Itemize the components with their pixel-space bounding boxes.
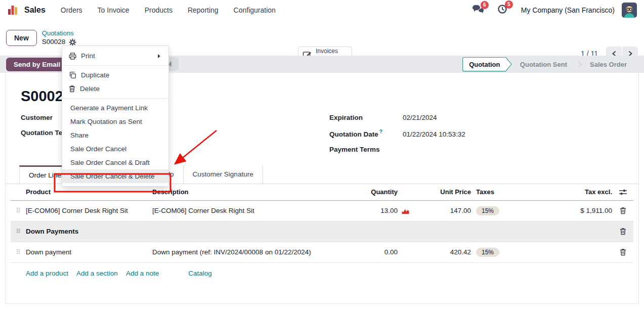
menu-item-print[interactable]: Print — [62, 49, 168, 63]
nav-item-to-invoice[interactable]: To Invoice — [98, 6, 130, 14]
cell-quantity[interactable]: 13.00 — [350, 207, 398, 214]
tax-tag[interactable]: 15% — [476, 248, 499, 257]
sales-app-icon[interactable] — [7, 4, 19, 16]
table-footer-links: Add a product Add a section Add a note C… — [11, 263, 633, 277]
stage-label: Quotation — [462, 57, 512, 72]
messages-badge: 6 — [481, 1, 489, 9]
quotation-date-value[interactable]: 01/22/2024 10:53:32 — [403, 130, 465, 138]
column-sliders-icon — [619, 189, 627, 196]
trash-icon — [620, 248, 626, 256]
trash-icon — [69, 85, 75, 93]
stage-sales-order[interactable]: Sales Order — [582, 57, 635, 72]
delete-row-button[interactable] — [612, 228, 633, 235]
menu-item-sale-order-cancel[interactable]: Sale Order Cancel — [62, 142, 168, 156]
menu-divider — [62, 65, 168, 66]
header-taxes[interactable]: Taxes — [471, 188, 519, 196]
stage-separator-chevron — [575, 61, 582, 68]
header-subtotal[interactable]: Tax excl. — [519, 188, 612, 196]
activities-badge: 5 — [505, 1, 513, 9]
header-quantity[interactable]: Quantity — [350, 188, 398, 196]
order-lines-table: Product Description Quantity Unit Price … — [11, 184, 633, 277]
trash-icon — [620, 228, 626, 235]
record-name: S00028 — [42, 38, 66, 47]
messages-button[interactable]: 6 — [471, 4, 484, 16]
stage-quotation-sent[interactable]: Quotation Sent — [512, 57, 575, 72]
section-row[interactable]: ⠿ Down Payments — [11, 221, 633, 242]
app-name[interactable]: Sales — [24, 6, 46, 15]
add-a-section-link[interactable]: Add a section — [76, 270, 118, 277]
menu-item-delete[interactable]: Delete — [62, 82, 168, 96]
page: Sales Orders To Invoice Products Reporti… — [0, 0, 644, 312]
payment-terms-label: Payment Terms — [329, 146, 403, 153]
catalog-link[interactable]: Catalog — [188, 270, 212, 277]
drag-handle-icon[interactable]: ⠿ — [11, 248, 26, 256]
expiration-value[interactable]: 02/21/2024 — [403, 114, 437, 121]
printer-icon — [69, 53, 76, 60]
header-description[interactable]: Description — [152, 188, 350, 196]
quotation-date-label: Quotation Date? — [329, 129, 403, 138]
company-switcher[interactable]: My Company (San Francisco) — [521, 6, 615, 14]
menu-item-sale-order-cancel-delete[interactable]: Sale Order Cancel & Delete — [62, 169, 168, 183]
cell-product[interactable]: [E-COM06] Corner Desk Right Sit — [26, 207, 152, 214]
stage-stepper: Quotation Quotation Sent Sales Order — [462, 57, 635, 72]
actions-dropdown-menu: Print Duplicate Delete Generate a Paymen… — [62, 46, 169, 187]
header-unit-price[interactable]: Unit Price — [413, 188, 471, 196]
order-line-row[interactable]: ⠿ Down payment Down payment (ref: INV/20… — [11, 242, 633, 263]
menu-item-share[interactable]: Share — [62, 128, 168, 142]
nav-item-orders[interactable]: Orders — [61, 6, 82, 14]
activities-button[interactable]: 5 — [497, 4, 508, 17]
section-name[interactable]: Down Payments — [26, 228, 152, 235]
delete-row-button[interactable] — [612, 207, 633, 214]
nav-item-reporting[interactable]: Reporting — [188, 6, 219, 14]
tax-tag[interactable]: 15% — [476, 206, 499, 215]
cell-description[interactable]: [E-COM06] Corner Desk Right Sit — [152, 207, 350, 214]
menu-item-duplicate[interactable]: Duplicate — [62, 68, 168, 82]
cell-unit-price[interactable]: 420.42 — [413, 248, 471, 256]
drag-handle-icon[interactable]: ⠿ — [11, 228, 26, 235]
gear-icon[interactable] — [69, 38, 76, 46]
optional-columns-button[interactable] — [612, 189, 633, 196]
cell-subtotal: $ 1,911.00 — [519, 207, 612, 214]
send-by-email-button[interactable]: Send by Email — [6, 58, 68, 71]
help-question-icon: ? — [379, 129, 382, 135]
expiration-label: Expiration — [329, 114, 403, 121]
top-nav: Sales Orders To Invoice Products Reporti… — [0, 0, 644, 20]
avatar-image — [622, 3, 637, 18]
submenu-caret-icon — [158, 54, 160, 58]
delete-row-button[interactable] — [612, 248, 633, 256]
breadcrumb-quotations[interactable]: Quotations — [42, 29, 77, 37]
nav-item-configuration[interactable]: Configuration — [234, 6, 276, 14]
cell-quantity[interactable]: 0.00 — [350, 248, 398, 256]
cell-product[interactable]: Down payment — [26, 248, 152, 256]
add-a-note-link[interactable]: Add a note — [126, 270, 159, 277]
new-button[interactable]: New — [6, 30, 37, 46]
add-a-product-link[interactable]: Add a product — [26, 270, 68, 277]
invoices-label: Invoices — [316, 48, 338, 55]
menu-item-sale-order-cancel-draft[interactable]: Sale Order Cancel & Draft — [62, 156, 168, 169]
header-product[interactable]: Product — [26, 188, 152, 196]
order-line-row[interactable]: ⠿ [E-COM06] Corner Desk Right Sit [E-COM… — [11, 201, 633, 221]
menu-item-mark-quotation-as-sent[interactable]: Mark Quotation as Sent — [62, 115, 168, 128]
stage-quotation[interactable]: Quotation — [462, 57, 512, 72]
menu-item-generate-payment-link[interactable]: Generate a Payment Link — [62, 101, 168, 115]
breadcrumb: Quotations S00028 — [42, 29, 77, 46]
drag-handle-icon[interactable]: ⠿ — [11, 207, 26, 214]
cell-description[interactable]: Down payment (ref: INV/2024/00008 on 01/… — [152, 248, 350, 256]
cell-unit-price[interactable]: 147.00 — [413, 207, 471, 214]
trash-icon — [620, 207, 626, 214]
nav-item-products[interactable]: Products — [145, 6, 173, 14]
menu-divider — [62, 98, 168, 99]
forecast-chart-icon[interactable] — [398, 207, 413, 214]
copy-icon — [69, 71, 76, 79]
tab-customer-signature[interactable]: Customer Signature — [183, 165, 263, 184]
user-avatar[interactable] — [622, 3, 637, 18]
